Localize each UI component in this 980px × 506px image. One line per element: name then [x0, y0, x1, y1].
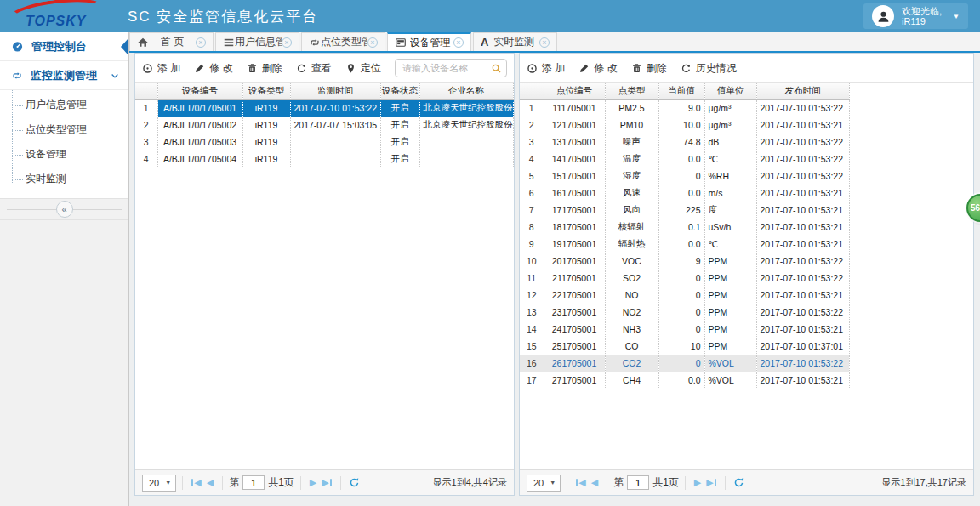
refresh-icon	[296, 63, 307, 74]
prev-page-button[interactable]: ◀	[591, 477, 598, 488]
cell: 0	[658, 270, 704, 287]
cell: iR119	[242, 151, 290, 168]
table-row[interactable]: 2121705001PM1010.0μg/m³2017-07-10 01:53:…	[520, 117, 849, 134]
divider	[725, 476, 726, 490]
table-row[interactable]: 13231705001NO20PPM2017-07-10 01:53:22	[520, 304, 849, 321]
gauge-icon	[11, 40, 24, 53]
sidebar-collapse[interactable]: «	[0, 198, 128, 220]
tab-device[interactable]: 设备管理×	[387, 32, 471, 51]
next-page-button[interactable]: ▶	[310, 477, 316, 488]
table-row[interactable]: 1A/BJLT/0/1705001iR1192017-07-10 01:53:2…	[135, 99, 513, 117]
cell: 核辐射	[605, 219, 658, 236]
refresh-icon[interactable]	[349, 477, 360, 488]
table-row[interactable]: 3131705001噪声74.8dB2017-07-10 01:53:22	[520, 134, 849, 151]
cell: 北京凌天世纪控股股份有限公司	[419, 99, 513, 117]
first-page-button[interactable]: ◀	[576, 477, 585, 488]
column-header[interactable]: 企业名称	[419, 83, 513, 99]
close-icon[interactable]: ×	[453, 37, 464, 48]
cell: 221705001	[544, 287, 605, 304]
table-row[interactable]: 11211705001SO20PPM2017-07-10 01:53:22	[520, 270, 849, 287]
table-row[interactable]: 5151705001湿度0%RH2017-07-10 01:53:22	[520, 168, 849, 185]
row-index: 2	[135, 117, 157, 134]
table-row[interactable]: 4A/BJLT/0/1705004iR119开启	[135, 151, 513, 168]
page-number-input[interactable]	[627, 475, 649, 490]
column-header[interactable]: 当前值	[658, 83, 704, 99]
table-row[interactable]: 1111705001PM2.59.0μg/m³2017-07-10 01:53:…	[520, 99, 849, 117]
column-header[interactable]: 点位编号	[544, 83, 605, 99]
add-button[interactable]: 添 加	[527, 61, 565, 76]
refresh-icon	[681, 63, 692, 74]
close-icon[interactable]: ×	[368, 37, 378, 48]
table-row[interactable]: 9191705001辐射热0.0℃2017-07-10 01:53:21	[520, 236, 849, 253]
cell: 2017-07-10 01:53:22	[756, 355, 849, 372]
locate-button[interactable]: 定位	[345, 61, 381, 76]
edit-button[interactable]: 修 改	[578, 61, 617, 76]
edit-button[interactable]: 修 改	[194, 61, 232, 76]
page-total-label: 共1页	[652, 475, 679, 490]
sidebar-group-monitoring[interactable]: 监控监测管理	[0, 61, 128, 90]
prev-page-button[interactable]: ◀	[207, 477, 214, 488]
tab-point-type[interactable]: 点位类型管理×	[301, 32, 385, 51]
last-page-button[interactable]: ▶	[322, 477, 331, 488]
close-icon[interactable]: ×	[539, 37, 550, 48]
column-header[interactable]: 设备状态	[380, 83, 419, 99]
table-row[interactable]: 4141705001温度0.0℃2017-07-10 01:53:22	[520, 151, 849, 168]
refresh-icon[interactable]	[733, 477, 744, 488]
close-icon[interactable]: ×	[196, 37, 206, 48]
cell: 181705001	[544, 219, 605, 236]
table-row[interactable]: 7171705001风向225度2017-07-10 01:53:21	[520, 202, 849, 219]
cell: 9.0	[658, 99, 704, 117]
table-row[interactable]: 2A/BJLT/0/1705002iR1192017-07-07 15:03:0…	[135, 117, 513, 134]
column-header[interactable]: 点类型	[605, 83, 658, 99]
page-size-select[interactable]: 20 ▼	[527, 475, 561, 492]
first-page-button[interactable]: ◀	[191, 477, 201, 488]
table-row[interactable]: 3A/BJLT/0/1705003iR119开启	[135, 134, 513, 151]
tab-home[interactable]: 首 页×	[129, 32, 214, 51]
search-icon[interactable]	[491, 63, 502, 74]
next-page-button[interactable]: ▶	[694, 477, 701, 488]
table-row[interactable]: 14241705001NH30PPM2017-07-10 01:53:21	[520, 321, 849, 338]
sidebar-item-user-info[interactable]: 用户信息管理	[0, 93, 128, 117]
row-index: 14	[520, 321, 544, 338]
delete-button[interactable]: 删除	[631, 61, 667, 76]
row-index: 17	[520, 372, 544, 389]
table-row[interactable]: 17271705001CH40.0%VOL2017-07-10 01:53:21	[520, 372, 849, 389]
tab-user-info[interactable]: 用户信息管理×	[215, 32, 299, 51]
cell: iR119	[242, 117, 290, 134]
table-row[interactable]: 16261705001CO20%VOL2017-07-10 01:53:22	[520, 355, 849, 372]
sidebar-item-label: 设备管理	[26, 147, 66, 162]
cell: 风向	[605, 202, 658, 219]
sidebar-item-device[interactable]: 设备管理	[0, 142, 128, 167]
user-menu[interactable]: 欢迎光临, iR119 ▼	[863, 3, 968, 29]
table-row[interactable]: 15251705001CO10PPM2017-07-10 01:37:01	[520, 338, 849, 355]
column-header[interactable]: 值单位	[704, 83, 756, 99]
welcome-greeting: 欢迎光临,	[902, 6, 942, 16]
table-row[interactable]: 6161705001风速0.0m/s2017-07-10 01:53:21	[520, 185, 849, 202]
tab-label: 设备管理	[410, 36, 451, 50]
welcome-username: iR119	[902, 16, 926, 26]
pencil-icon	[578, 63, 590, 74]
sidebar-item-console[interactable]: 管理控制台	[0, 32, 128, 61]
close-icon[interactable]: ×	[282, 37, 292, 48]
column-header[interactable]: 设备类型	[242, 83, 290, 99]
column-header[interactable]: 监测时间	[290, 83, 380, 99]
table-row[interactable]: 10201705001VOC9PPM2017-07-10 01:53:22	[520, 253, 849, 270]
delete-button[interactable]: 删除	[247, 61, 282, 76]
last-page-button[interactable]: ▶	[706, 477, 715, 488]
button-label: 添 加	[542, 61, 565, 76]
cell: %VOL	[704, 372, 756, 389]
cell: NH3	[605, 321, 658, 338]
column-header[interactable]: 设备编号	[157, 83, 242, 99]
column-header[interactable]: 发布时间	[756, 83, 849, 99]
sidebar-item-realtime[interactable]: 实时监测	[0, 167, 128, 191]
view-button[interactable]: 查看	[296, 61, 332, 76]
button-label: 修 改	[594, 61, 617, 76]
table-row[interactable]: 12221705001NO0PPM2017-07-10 01:53:21	[520, 287, 849, 304]
tab-realtime[interactable]: A实时监测×	[473, 32, 557, 51]
history-button[interactable]: 历史情况	[681, 61, 737, 76]
add-button[interactable]: 添 加	[142, 61, 180, 76]
sidebar-item-point-type[interactable]: 点位类型管理	[0, 117, 128, 142]
page-size-select[interactable]: 20 ▼	[142, 475, 176, 492]
table-row[interactable]: 8181705001核辐射0.1uSv/h2017-07-10 01:53:21	[520, 219, 849, 236]
page-number-input[interactable]	[242, 475, 265, 490]
